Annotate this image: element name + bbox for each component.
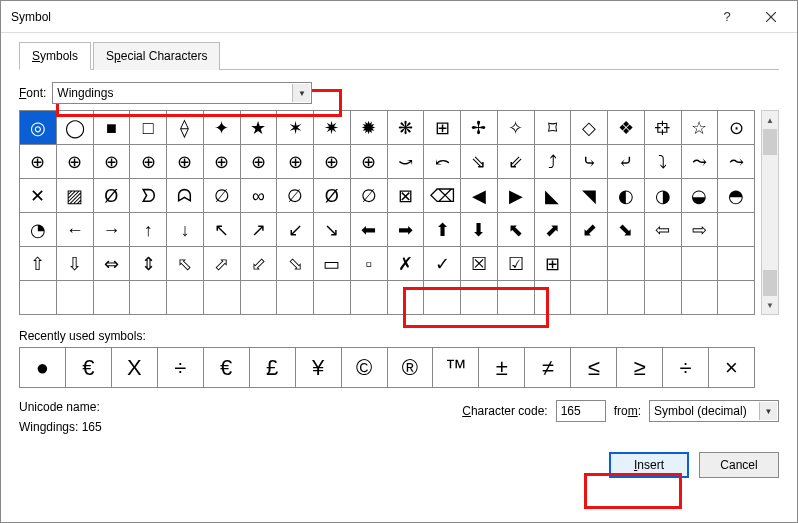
recent-symbol-cell[interactable]: Χ <box>112 348 158 388</box>
symbol-cell[interactable]: ◎ <box>20 111 57 145</box>
recent-symbol-cell[interactable]: ≠ <box>525 348 571 388</box>
symbol-cell[interactable]: ◐ <box>608 179 645 213</box>
symbol-cell[interactable]: ⬆ <box>424 213 461 247</box>
cancel-button[interactable]: Cancel <box>699 452 779 478</box>
symbol-cell[interactable] <box>718 213 755 247</box>
symbol-cell[interactable]: ✦ <box>204 111 241 145</box>
recent-symbol-cell[interactable]: ¥ <box>296 348 342 388</box>
recent-symbol-cell[interactable]: ÷ <box>158 348 204 388</box>
symbol-cell[interactable]: ⤻ <box>388 145 425 179</box>
symbol-cell[interactable]: ◔ <box>20 213 57 247</box>
symbol-cell[interactable]: ■ <box>94 111 131 145</box>
recent-symbol-cell[interactable]: ≤ <box>571 348 617 388</box>
symbol-cell[interactable]: ◥ <box>571 179 608 213</box>
symbol-cell[interactable] <box>94 281 131 315</box>
symbol-cell[interactable]: ⤵ <box>645 145 682 179</box>
symbol-cell[interactable]: ⤷ <box>571 145 608 179</box>
symbol-cell[interactable]: ⇦ <box>645 213 682 247</box>
symbol-cell[interactable] <box>424 281 461 315</box>
symbol-cell[interactable] <box>130 281 167 315</box>
symbol-cell[interactable]: ⇩ <box>57 247 94 281</box>
symbol-cell[interactable] <box>20 281 57 315</box>
scroll-up-icon[interactable]: ▲ <box>762 111 778 129</box>
symbol-cell[interactable]: ∅ <box>204 179 241 213</box>
symbol-cell[interactable]: ⊕ <box>94 145 131 179</box>
symbol-cell[interactable]: ✕ <box>20 179 57 213</box>
symbol-cell[interactable] <box>571 247 608 281</box>
font-select[interactable]: Wingdings ▼ <box>52 82 312 104</box>
symbol-cell[interactable]: ◯ <box>57 111 94 145</box>
symbol-cell[interactable]: ⊕ <box>57 145 94 179</box>
symbol-cell[interactable] <box>571 281 608 315</box>
symbol-cell[interactable]: ∅ <box>277 179 314 213</box>
symbol-cell[interactable]: ☒ <box>461 247 498 281</box>
symbol-cell[interactable] <box>645 247 682 281</box>
symbol-cell[interactable]: ✓ <box>424 247 461 281</box>
symbol-cell[interactable]: ⊞ <box>424 111 461 145</box>
symbol-cell[interactable]: ⌫ <box>424 179 461 213</box>
scroll-thumb[interactable] <box>763 129 777 155</box>
symbol-cell[interactable]: ☆ <box>682 111 719 145</box>
symbol-cell[interactable]: ⇕ <box>130 247 167 281</box>
symbol-cell[interactable]: ➡ <box>388 213 425 247</box>
symbol-cell[interactable]: ◣ <box>535 179 572 213</box>
symbol-cell[interactable] <box>608 247 645 281</box>
symbol-cell[interactable] <box>645 281 682 315</box>
symbol-cell[interactable]: ⤺ <box>424 145 461 179</box>
symbol-cell[interactable]: ⊕ <box>277 145 314 179</box>
symbol-cell[interactable] <box>498 281 535 315</box>
tab-symbols[interactable]: Symbols <box>19 42 91 70</box>
recent-symbol-cell[interactable]: ● <box>20 348 66 388</box>
symbol-cell[interactable]: ⬂ <box>277 247 314 281</box>
symbol-cell[interactable]: ✷ <box>314 111 351 145</box>
recent-symbol-cell[interactable]: ± <box>479 348 525 388</box>
recent-symbol-cell[interactable]: € <box>66 348 112 388</box>
symbol-cell[interactable]: ⊕ <box>241 145 278 179</box>
symbol-cell[interactable]: ⊠ <box>388 179 425 213</box>
symbol-cell[interactable]: ⌑ <box>535 111 572 145</box>
symbol-cell[interactable]: ▫ <box>351 247 388 281</box>
symbol-cell[interactable] <box>204 281 241 315</box>
recent-symbol-cell[interactable]: ™ <box>433 348 479 388</box>
symbol-cell[interactable]: ⬊ <box>608 213 645 247</box>
symbol-cell[interactable]: ∅ <box>351 179 388 213</box>
symbol-cell[interactable]: ᗣ <box>167 179 204 213</box>
scroll-thumb-lower[interactable] <box>763 270 777 296</box>
insert-button[interactable]: Insert <box>609 452 689 478</box>
symbol-cell[interactable]: ▶ <box>498 179 535 213</box>
symbol-cell[interactable] <box>682 281 719 315</box>
symbol-cell[interactable]: ⇙ <box>498 145 535 179</box>
symbol-cell[interactable]: ⊕ <box>351 145 388 179</box>
symbol-cell[interactable]: ∞ <box>241 179 278 213</box>
scroll-down-icon[interactable]: ▼ <box>762 296 778 314</box>
symbol-cell[interactable] <box>351 281 388 315</box>
symbol-cell[interactable]: ◒ <box>682 179 719 213</box>
help-button[interactable]: ? <box>705 2 749 32</box>
symbol-cell[interactable]: ↙ <box>277 213 314 247</box>
symbol-cell[interactable]: → <box>94 213 131 247</box>
symbol-cell[interactable]: ↖ <box>204 213 241 247</box>
recent-symbol-cell[interactable]: ÷ <box>663 348 709 388</box>
symbol-cell[interactable]: ↑ <box>130 213 167 247</box>
symbol-cell[interactable]: ✶ <box>277 111 314 145</box>
symbol-cell[interactable]: ⬇ <box>461 213 498 247</box>
symbol-cell[interactable]: ⇧ <box>20 247 57 281</box>
symbol-cell[interactable]: ◀ <box>461 179 498 213</box>
symbol-cell[interactable]: ▨ <box>57 179 94 213</box>
symbol-cell[interactable]: ✗ <box>388 247 425 281</box>
recent-symbol-cell[interactable]: ® <box>388 348 434 388</box>
symbol-cell[interactable]: ⬋ <box>571 213 608 247</box>
symbol-cell[interactable]: ❖ <box>608 111 645 145</box>
symbol-cell[interactable] <box>314 281 351 315</box>
recent-symbol-cell[interactable]: ≥ <box>617 348 663 388</box>
symbol-cell[interactable]: □ <box>130 111 167 145</box>
symbol-cell[interactable] <box>461 281 498 315</box>
symbol-cell[interactable] <box>241 281 278 315</box>
symbol-cell[interactable]: ⇨ <box>682 213 719 247</box>
close-button[interactable] <box>749 2 793 32</box>
recent-symbol-cell[interactable]: © <box>342 348 388 388</box>
symbol-cell[interactable]: ✧ <box>498 111 535 145</box>
symbol-cell[interactable]: ⯐ <box>645 111 682 145</box>
symbol-cell[interactable] <box>388 281 425 315</box>
from-select[interactable]: Symbol (decimal) ▼ <box>649 400 779 422</box>
